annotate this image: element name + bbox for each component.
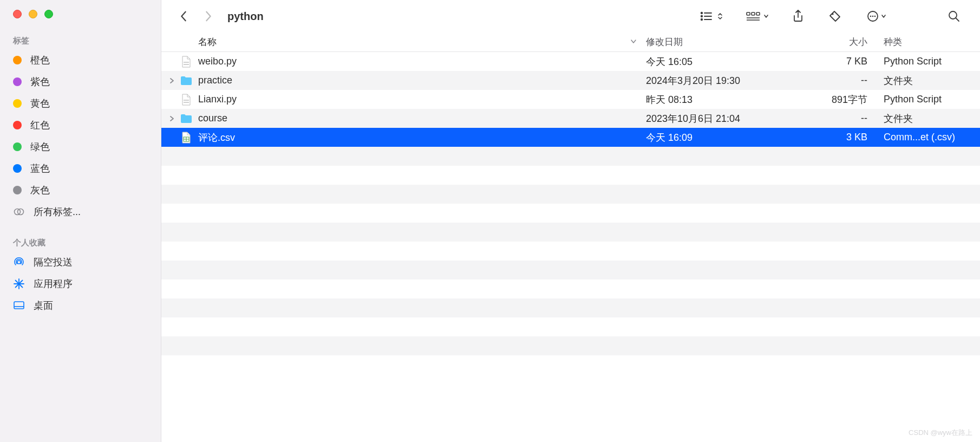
empty-row (161, 261, 980, 280)
svg-point-11 (701, 16, 703, 17)
file-size: 7 KB (798, 56, 876, 67)
empty-row (161, 223, 980, 242)
file-size: -- (798, 113, 876, 124)
empty-row (161, 280, 980, 298)
empty-row (161, 185, 980, 204)
disclosure-triangle[interactable] (166, 115, 178, 122)
svg-rect-16 (752, 12, 755, 15)
file-row[interactable]: 评论.csv今天 16:093 KBComm...et (.csv) (161, 128, 980, 147)
folder-icon (178, 113, 195, 124)
folder-icon (178, 75, 195, 86)
back-button[interactable] (173, 6, 194, 27)
column-kind[interactable]: 种类 (876, 36, 980, 48)
tag-item-greent[interactable]: 绿色 (0, 136, 161, 158)
file-list[interactable]: weibo.py今天 16:057 KBPython Scriptpractic… (161, 52, 980, 442)
share-button[interactable] (785, 6, 811, 27)
disclosure-triangle[interactable] (166, 77, 178, 84)
toolbar: python (161, 0, 980, 32)
file-name: practice (198, 75, 232, 86)
tag-item-orange[interactable]: 橙色 (0, 49, 161, 71)
search-button[interactable] (941, 6, 967, 27)
view-list-button[interactable] (694, 6, 729, 27)
svg-point-9 (701, 12, 703, 14)
file-name: Lianxi.py (198, 94, 237, 105)
minimize-window[interactable] (29, 10, 37, 18)
column-name[interactable]: 名称 (161, 36, 646, 48)
empty-row (161, 147, 980, 166)
column-date[interactable]: 修改日期 (646, 36, 798, 48)
empty-row (161, 317, 980, 336)
svg-point-22 (870, 16, 871, 17)
file-name: 评论.csv (198, 131, 235, 144)
file-date: 今天 16:09 (646, 131, 798, 144)
close-window[interactable] (13, 10, 22, 18)
favorites-section-title: 个人收藏 (0, 232, 161, 251)
svg-rect-30 (184, 102, 189, 103)
empty-row (161, 298, 980, 317)
watermark: CSDN @wyw在路上 (909, 428, 972, 438)
column-size[interactable]: 大小 (798, 36, 876, 48)
file-size: -- (798, 75, 876, 86)
svg-point-23 (872, 16, 873, 17)
sidebar: 标签 橙色紫色黄色红色绿色蓝色灰色 所有标签... 个人收藏 隔空投送应用程序桌… (0, 0, 161, 442)
tag-button[interactable] (822, 6, 848, 27)
tag-label: 橙色 (30, 54, 50, 67)
favorite-label: 应用程序 (34, 277, 73, 290)
file-icon (178, 93, 195, 106)
all-tags-item[interactable]: 所有标签... (0, 201, 161, 223)
tag-item-bluet[interactable]: 蓝色 (0, 158, 161, 179)
svg-point-13 (701, 19, 703, 21)
airdrop-icon (13, 256, 25, 268)
favorite-apps[interactable]: 应用程序 (0, 273, 161, 295)
file-kind: Python Script (876, 56, 980, 67)
file-kind: 文件夹 (876, 74, 980, 87)
file-icon (178, 55, 195, 68)
desktop-icon (13, 300, 25, 311)
tag-label: 紫色 (30, 75, 50, 88)
favorite-airdrop[interactable]: 隔空投送 (0, 251, 161, 273)
file-date: 昨天 08:13 (646, 93, 798, 106)
file-date: 今天 16:05 (646, 55, 798, 68)
file-kind: Comm...et (.csv) (876, 132, 980, 143)
svg-rect-15 (747, 12, 750, 15)
svg-rect-17 (756, 12, 760, 15)
window-controls (0, 10, 161, 30)
favorite-label: 隔空投送 (34, 256, 73, 269)
svg-point-24 (874, 16, 876, 17)
file-row[interactable]: practice2024年3月20日 19:30--文件夹 (161, 71, 980, 90)
tag-dot-icon (13, 186, 22, 194)
tags-section-title: 标签 (0, 30, 161, 49)
tag-item-yellow[interactable]: 黄色 (0, 93, 161, 114)
tag-label: 绿色 (30, 140, 50, 153)
forward-button[interactable] (198, 6, 219, 27)
tag-item-gray[interactable]: 灰色 (0, 179, 161, 201)
tag-dot-icon (13, 99, 22, 108)
tag-label: 灰色 (30, 184, 50, 197)
file-row[interactable]: weibo.py今天 16:057 KBPython Script (161, 52, 980, 71)
more-button[interactable] (859, 6, 893, 27)
tag-dot-icon (13, 77, 22, 86)
file-row[interactable]: course2023年10月6日 21:04--文件夹 (161, 109, 980, 128)
tag-dot-icon (13, 142, 22, 151)
tag-label: 红色 (30, 119, 50, 132)
tag-item-redt[interactable]: 红色 (0, 114, 161, 136)
zoom-window[interactable] (44, 10, 53, 18)
favorite-desktop[interactable]: 桌面 (0, 295, 161, 316)
tag-item-purple[interactable]: 紫色 (0, 71, 161, 93)
svg-rect-28 (184, 64, 189, 65)
apps-icon (13, 278, 25, 290)
file-icon (178, 131, 195, 144)
empty-row (161, 242, 980, 261)
file-date: 2023年10月6日 21:04 (646, 112, 798, 125)
favorite-label: 桌面 (34, 299, 53, 312)
group-button[interactable] (740, 6, 774, 27)
tag-label: 蓝色 (30, 162, 50, 175)
all-tags-icon (13, 206, 25, 218)
main-pane: python 名称 修改日期 (161, 0, 980, 442)
empty-row (161, 166, 980, 185)
empty-row (161, 336, 980, 355)
file-size: 891字节 (798, 93, 876, 106)
tag-dot-icon (13, 56, 22, 64)
file-row[interactable]: Lianxi.py昨天 08:13891字节Python Script (161, 90, 980, 109)
empty-row (161, 204, 980, 223)
